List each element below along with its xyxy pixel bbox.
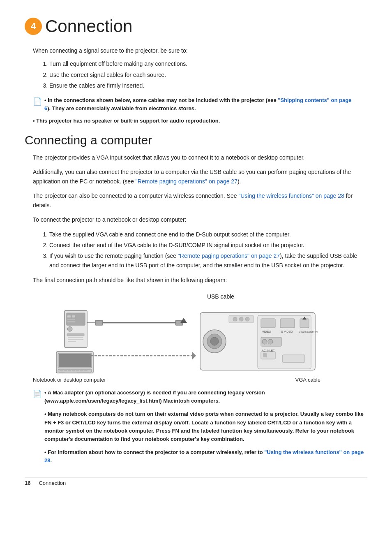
para2-end: ). xyxy=(238,178,241,185)
svg-point-48 xyxy=(262,339,267,344)
diagram-labels-row: Notebook or desktop computer VGA cable xyxy=(33,377,321,383)
footer-note-2-text: • Many notebook computers do not turn on… xyxy=(44,410,367,443)
svg-rect-7 xyxy=(67,334,84,336)
chapter-number: 4 xyxy=(31,21,36,32)
section-title: Connecting a computer xyxy=(25,133,367,147)
svg-rect-51 xyxy=(263,353,267,357)
intro-steps-list: Turn all equipment off before making any… xyxy=(49,59,367,90)
svg-rect-18 xyxy=(72,370,75,371)
note-bullet-2: • This projector has no speaker or built… xyxy=(33,117,367,125)
svg-rect-43 xyxy=(300,319,309,328)
note-icon-1: 📄 xyxy=(33,96,42,107)
svg-rect-2 xyxy=(67,315,71,317)
svg-rect-8 xyxy=(68,337,83,338)
chapter-title: Connection xyxy=(45,16,132,36)
svg-rect-17 xyxy=(68,370,71,371)
diagram-right-label: VGA cable xyxy=(295,377,321,383)
svg-rect-10 xyxy=(68,341,76,342)
diagram-row: VIDEO S-VIDEO D-SUB/COMP IN AC INLET xyxy=(33,302,359,374)
svg-rect-41 xyxy=(280,319,295,328)
intro-step-1: Turn all equipment off before making any… xyxy=(49,59,367,68)
footer-note-3-link[interactable]: "Using the wireless functions" on page 2… xyxy=(44,449,364,463)
page-footer: 16 Connection xyxy=(25,477,367,486)
svg-text:VIDEO: VIDEO xyxy=(262,330,271,333)
footer-note-1-text: • A Mac adapter (an optional accessory) … xyxy=(44,389,367,405)
svg-point-33 xyxy=(210,337,219,345)
page-footer-label: Connection xyxy=(39,480,66,486)
note-text-1: • In the connections shown below, some c… xyxy=(44,96,359,113)
svg-rect-21 xyxy=(84,370,88,371)
note2-text: • This projector has no speaker or built… xyxy=(33,118,220,124)
connection-step-1: Take the supplied VGA cable and connect … xyxy=(49,230,367,239)
intro-step-3: Ensure the cables are firmly inserted. xyxy=(49,81,367,90)
chapter-number-badge: 4 xyxy=(25,18,42,35)
svg-rect-13 xyxy=(59,354,91,367)
connection-steps-list: Take the supplied VGA cable and connect … xyxy=(49,230,367,270)
section-para2: Additionally, you can also connect the p… xyxy=(33,167,367,186)
svg-point-35 xyxy=(233,317,237,321)
footer-note-icon-1: 📄 xyxy=(33,389,42,400)
svg-text:D-SUB/COMP IN: D-SUB/COMP IN xyxy=(299,331,318,333)
svg-rect-5 xyxy=(67,321,75,322)
note1-bold-text: • In the connections shown below, some c… xyxy=(44,97,351,111)
step3-link[interactable]: "Remote paging operations" on page 27 xyxy=(178,253,280,259)
para3-start: The projector can also be connected to a… xyxy=(33,192,238,199)
diagram-left-label: Notebook or desktop computer xyxy=(33,377,106,383)
svg-point-36 xyxy=(239,317,243,321)
svg-rect-24 xyxy=(95,320,103,325)
footer-notes: 📄 • A Mac adapter (an optional accessory… xyxy=(33,389,367,465)
connection-diagram: VIDEO S-VIDEO D-SUB/COMP IN AC INLET xyxy=(52,302,340,374)
para2-link[interactable]: "Remote paging operations" on page 27 xyxy=(136,178,238,185)
footer-note-2: • Many notebook computers do not turn on… xyxy=(33,410,367,443)
svg-marker-29 xyxy=(192,352,196,360)
page-number: 16 xyxy=(25,480,30,486)
footer-note-3: • For information about how to connect t… xyxy=(33,448,367,465)
svg-rect-9 xyxy=(68,339,83,340)
svg-text:S-VIDEO: S-VIDEO xyxy=(281,330,293,333)
svg-point-37 xyxy=(245,317,249,321)
footer-note-3-text: • For information about how to connect t… xyxy=(44,448,367,465)
svg-rect-22 xyxy=(65,372,77,373)
diagram-container: USB cable xyxy=(33,293,359,383)
note-box-1: 📄 • In the connections shown below, some… xyxy=(33,96,359,113)
svg-rect-20 xyxy=(80,370,83,371)
svg-rect-15 xyxy=(60,370,63,371)
svg-point-49 xyxy=(268,339,273,344)
section-para3: The projector can also be connected to a… xyxy=(33,191,367,210)
svg-rect-4 xyxy=(67,319,75,320)
chapter-header: 4 Connection xyxy=(25,16,367,36)
connection-step-2: Connect the other end of the VGA cable t… xyxy=(49,241,367,250)
svg-rect-16 xyxy=(64,370,67,371)
svg-rect-19 xyxy=(76,370,79,371)
svg-rect-52 xyxy=(282,355,305,362)
section-para4: To connect the projector to a notebook o… xyxy=(33,215,367,225)
note1-link[interactable]: "Shipping contents" on page 6 xyxy=(44,97,351,111)
usb-label: USB cable xyxy=(207,293,234,300)
svg-rect-3 xyxy=(72,315,75,317)
para3-link[interactable]: "Using the wireless functions" on page 2… xyxy=(238,192,344,199)
svg-point-6 xyxy=(67,327,72,331)
svg-rect-39 xyxy=(261,319,275,328)
final-line: The final connection path should be like… xyxy=(33,276,367,285)
footer-note-1: 📄 • A Mac adapter (an optional accessory… xyxy=(33,389,367,405)
connection-step-3: If you wish to use the remote paging fun… xyxy=(49,251,367,270)
section-para1: The projector provides a VGA input socke… xyxy=(33,153,367,162)
intro-step-2: Use the correct signal cables for each s… xyxy=(49,70,367,79)
intro-text: When connecting a signal source to the p… xyxy=(33,46,367,55)
